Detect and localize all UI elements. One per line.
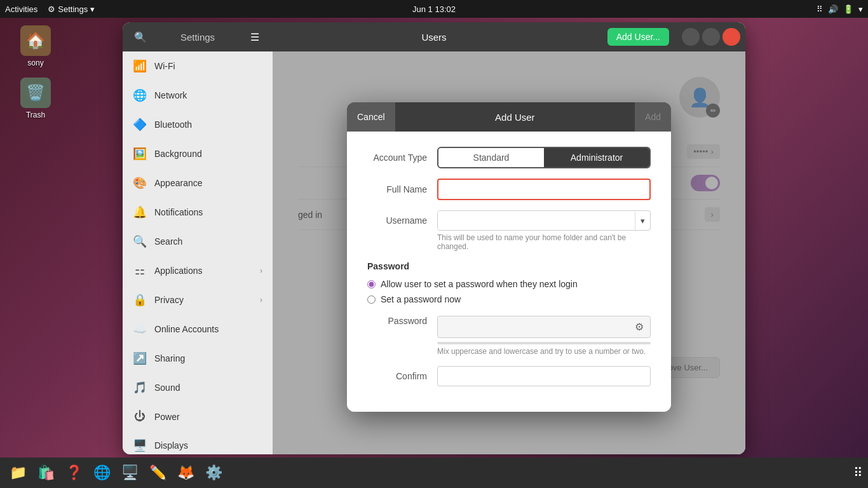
username-hint: This will be used to name your home fold… (437, 233, 651, 251)
dialog-cancel-button[interactable]: Cancel (347, 102, 395, 132)
sidebar-item-sharing-label: Sharing (154, 353, 185, 363)
network-indicator-icon: ⠿ (817, 4, 823, 14)
password-generate-button[interactable]: ⚙ (628, 316, 650, 337)
power-menu-icon: ▾ (858, 4, 863, 14)
editor-icon: ✏️ (149, 464, 166, 481)
desktop-icon-sony[interactable]: 🏠 sony (13, 25, 58, 67)
trash-icon: 🗑️ (26, 84, 45, 102)
sidebar-item-notifications-label: Notifications (154, 207, 203, 217)
home-folder-icon: 🏠 (26, 32, 45, 50)
dialog-titlebar: Cancel Add User Add (347, 102, 671, 132)
password-hint-text: Mix uppercase and lowercase and try to u… (437, 347, 651, 356)
sidebar-item-bluetooth[interactable]: 🔷 Bluetooth (123, 110, 273, 139)
radio-allow-password[interactable] (367, 280, 376, 288)
settings-titlebar: 🔍 Settings ☰ Users Add User... — □ ✕ (123, 22, 745, 51)
username-input-wrapper: ▾ (437, 210, 651, 231)
desktop-icon-sony-label: sony (27, 58, 43, 67)
full-name-input[interactable] (437, 179, 651, 200)
sidebar-item-appearance[interactable]: 🎨 Appearance (123, 168, 273, 198)
files-icon: 📁 (10, 464, 27, 481)
settings-search-button[interactable]: 🔍 (130, 27, 151, 47)
sidebar-item-privacy[interactable]: 🔒 Privacy › (123, 285, 273, 315)
password-section: Password Allow user to set a password wh… (367, 261, 651, 386)
applications-icon: ⚏ (133, 264, 147, 278)
username-row: Username ▾ This will be used to name you… (367, 210, 651, 251)
sharing-icon: ↗️ (133, 351, 147, 365)
activities-button[interactable]: Activities (5, 4, 37, 14)
settings-menu-button[interactable]: ☰ (245, 27, 265, 47)
terminal-icon: 🖥️ (121, 464, 139, 481)
username-input[interactable] (438, 211, 635, 230)
notifications-icon: 🔔 (133, 205, 147, 219)
account-type-administrator-button[interactable]: Administrator (544, 148, 649, 167)
desktop-icon-trash-label: Trash (26, 111, 45, 119)
radio-set-password-label: Set a password now (381, 294, 461, 304)
battery-icon: 🔋 (843, 4, 853, 14)
sidebar-item-privacy-label: Privacy (154, 295, 184, 305)
taskbar-settings-icon[interactable]: ⚙️ (201, 460, 226, 485)
sidebar-item-power-label: Power (154, 412, 180, 422)
password-field-row: Password ⚙ Mix uppercase an (367, 311, 651, 356)
sidebar-item-network[interactable]: 🌐 Network (123, 81, 273, 110)
sidebar-item-displays[interactable]: 🖥️ Displays (123, 431, 273, 454)
datetime-display: Jun 1 13:02 (412, 4, 456, 14)
settings-body: 📶 Wi-Fi 🌐 Network 🔷 Bluetooth 🖼️ Backgro… (123, 51, 745, 454)
sidebar-item-wifi[interactable]: 📶 Wi-Fi (123, 51, 273, 81)
chromium-icon: 🌐 (93, 464, 111, 481)
confirm-password-input[interactable] (437, 366, 651, 386)
taskbar-chromium-icon[interactable]: 🌐 (89, 460, 114, 485)
username-dropdown-button[interactable]: ▾ (635, 212, 650, 230)
taskbar-files-icon[interactable]: 📁 (5, 460, 31, 485)
password-section-title: Password (367, 261, 651, 271)
sidebar-item-notifications[interactable]: 🔔 Notifications (123, 198, 273, 227)
window-minimize-button[interactable]: — (682, 28, 700, 46)
sidebar-item-applications[interactable]: ⚏ Applications › (123, 256, 273, 285)
sidebar-item-sound[interactable]: 🎵 Sound (123, 373, 273, 402)
radio-allow-password-label: Allow user to set a password when they n… (381, 279, 578, 289)
account-type-row: Account Type Standard Administrator (367, 147, 651, 168)
sidebar-item-network-label: Network (154, 90, 187, 100)
show-apps-button[interactable]: ⠿ (853, 465, 863, 480)
displays-icon: 🖥️ (133, 438, 147, 452)
taskbar-editor-icon[interactable]: ✏️ (145, 460, 170, 485)
sidebar-item-sound-label: Sound (154, 383, 180, 393)
sidebar-item-search[interactable]: 🔍 Search (123, 227, 273, 256)
window-close-button[interactable]: ✕ (722, 28, 740, 46)
sidebar-item-background[interactable]: 🖼️ Background (123, 139, 273, 168)
taskbar: 📁 🛍️ ❓ 🌐 🖥️ ✏️ 🦊 ⚙️ ⠿ (0, 458, 868, 488)
sidebar-item-search-label: Search (154, 236, 182, 247)
privacy-icon: 🔒 (133, 293, 147, 307)
sidebar-item-online-accounts[interactable]: ☁️ Online Accounts (123, 315, 273, 344)
settings-menu[interactable]: ⚙ Settings ▾ (48, 4, 95, 14)
online-accounts-icon: ☁️ (133, 322, 147, 336)
volume-icon: 🔊 (828, 4, 838, 14)
full-name-label: Full Name (367, 184, 437, 194)
dialog-add-button[interactable]: Add (635, 102, 671, 132)
confirm-field-row: Confirm (367, 366, 651, 386)
sidebar-item-applications-label: Applications (154, 266, 203, 276)
appstore-icon: 🛍️ (37, 464, 55, 481)
settings-sidebar: 📶 Wi-Fi 🌐 Network 🔷 Bluetooth 🖼️ Backgro… (123, 51, 273, 454)
privacy-arrow-icon: › (260, 295, 262, 304)
dialog-title: Add User (395, 112, 635, 123)
radio-set-password-row: Set a password now (367, 294, 651, 304)
taskbar-terminal-icon[interactable]: 🖥️ (117, 460, 142, 485)
account-type-standard-button[interactable]: Standard (438, 148, 544, 167)
password-input[interactable] (438, 318, 628, 337)
taskbar-firefox-icon[interactable]: 🦊 (173, 460, 198, 485)
sidebar-item-appearance-label: Appearance (154, 178, 203, 188)
add-user-button[interactable]: Add User... (607, 28, 669, 46)
sidebar-item-sharing[interactable]: ↗️ Sharing (123, 344, 273, 373)
applications-arrow-icon: › (260, 266, 262, 275)
main-content: 👤 ✏ ••••• › ged in (273, 51, 745, 454)
radio-set-password[interactable] (367, 295, 376, 304)
taskbar-appstore-icon[interactable]: 🛍️ (33, 460, 58, 485)
desktop-icon-trash[interactable]: 🗑️ Trash (13, 78, 58, 119)
window-maximize-button[interactable]: □ (702, 28, 720, 46)
taskbar-help-icon[interactable]: ❓ (61, 460, 86, 485)
bluetooth-icon: 🔷 (133, 118, 147, 132)
network-icon: 🌐 (133, 88, 147, 102)
sidebar-item-power[interactable]: ⏻ Power (123, 402, 273, 431)
sidebar-item-online-accounts-label: Online Accounts (154, 324, 219, 334)
full-name-row: Full Name (367, 179, 651, 200)
